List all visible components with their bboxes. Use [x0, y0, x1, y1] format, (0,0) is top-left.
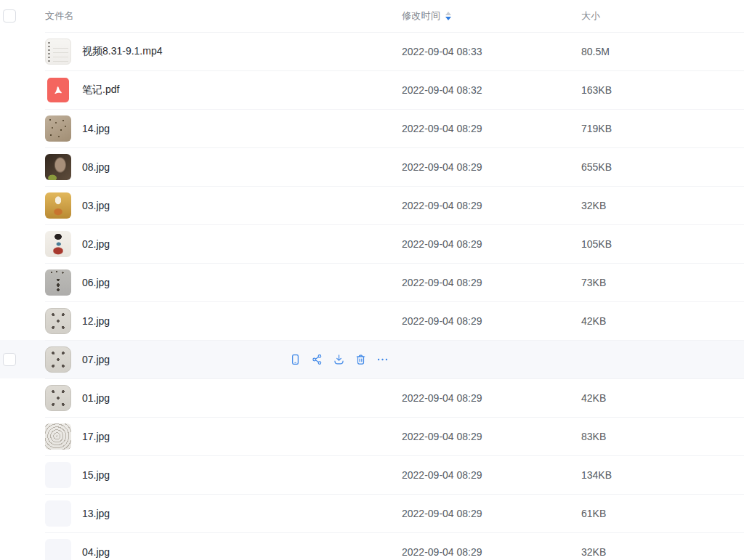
file-modified: 2022-09-04 08:29: [402, 238, 482, 250]
table-row[interactable]: 03.jpg 2022-09-04 08:29 32KB: [0, 186, 744, 224]
file-size: 163KB: [581, 84, 612, 96]
file-modified: 2022-09-04 08:29: [402, 123, 482, 134]
share-icon: [311, 353, 323, 365]
file-name[interactable]: 17.jpg: [82, 431, 110, 442]
file-modified: 2022-09-04 08:29: [402, 315, 482, 327]
file-size: 61KB: [581, 508, 606, 519]
file-thumbnail[interactable]: [45, 231, 71, 257]
file-thumbnail[interactable]: [45, 154, 71, 180]
file-thumbnail[interactable]: [45, 423, 71, 450]
file-size: 32KB: [581, 200, 606, 211]
download-button[interactable]: [333, 353, 345, 365]
sort-desc-caret-icon: [445, 17, 451, 20]
file-thumbnail[interactable]: [45, 462, 71, 488]
file-size: 655KB: [581, 161, 612, 173]
file-thumbnail[interactable]: [45, 115, 71, 142]
table-row[interactable]: 17.jpg 2022-09-04 08:29 83KB: [0, 417, 744, 455]
file-thumbnail[interactable]: [45, 38, 71, 65]
more-button[interactable]: [376, 353, 389, 365]
table-row[interactable]: 08.jpg 2022-09-04 08:29 655KB: [0, 147, 744, 186]
file-name[interactable]: 06.jpg: [82, 277, 110, 288]
file-modified: 2022-09-04 08:29: [402, 392, 482, 404]
pdf-icon[interactable]: [47, 78, 69, 102]
file-name[interactable]: 01.jpg: [82, 392, 110, 404]
file-name[interactable]: 08.jpg: [82, 161, 110, 173]
file-size: 83KB: [581, 431, 606, 442]
phone-icon: [289, 353, 302, 365]
file-size: 32KB: [581, 546, 606, 558]
file-name[interactable]: 03.jpg: [82, 200, 110, 211]
file-modified: 2022-09-04 08:29: [402, 161, 482, 173]
file-size: 105KB: [581, 238, 612, 250]
file-thumbnail[interactable]: [45, 500, 71, 527]
file-list: 视频8.31-9.1.mp4 2022-09-04 08:33 80.5M 笔记…: [0, 32, 744, 560]
file-name[interactable]: 02.jpg: [82, 238, 110, 250]
column-header-modified-label: 修改时间: [402, 9, 440, 23]
table-header: 文件名 修改时间 大小: [0, 0, 744, 32]
delete-button[interactable]: [355, 353, 367, 365]
file-thumbnail[interactable]: [45, 308, 71, 334]
column-header-name[interactable]: 文件名: [45, 9, 74, 23]
trash-icon: [355, 353, 367, 365]
file-modified: 2022-09-04 08:32: [402, 84, 482, 96]
table-row[interactable]: 视频8.31-9.1.mp4 2022-09-04 08:33 80.5M: [0, 32, 744, 70]
file-name[interactable]: 14.jpg: [82, 123, 110, 134]
file-size: 42KB: [581, 392, 606, 404]
file-modified: 2022-09-04 08:29: [402, 546, 482, 558]
row-checkbox[interactable]: [3, 353, 16, 366]
table-row[interactable]: 02.jpg 2022-09-04 08:29 105KB: [0, 224, 744, 263]
table-row[interactable]: 笔记.pdf 2022-09-04 08:32 163KB: [0, 70, 744, 109]
file-thumbnail[interactable]: [45, 346, 71, 373]
file-name[interactable]: 13.jpg: [82, 508, 110, 519]
file-thumbnail[interactable]: [45, 192, 71, 219]
table-row[interactable]: 07.jpg: [0, 340, 744, 378]
file-modified: 2022-09-04 08:29: [402, 277, 482, 288]
file-thumbnail[interactable]: [45, 539, 71, 560]
file-size: 73KB: [581, 277, 606, 288]
table-row[interactable]: 06.jpg 2022-09-04 08:29 73KB: [0, 263, 744, 301]
file-name[interactable]: 07.jpg: [82, 354, 110, 365]
share-button[interactable]: [311, 353, 323, 365]
table-row[interactable]: 12.jpg 2022-09-04 08:29 42KB: [0, 301, 744, 340]
file-size: 42KB: [581, 315, 606, 327]
file-size: 719KB: [581, 123, 612, 134]
file-size: 134KB: [581, 469, 612, 481]
file-size: 80.5M: [581, 46, 610, 57]
file-modified: 2022-09-04 08:29: [402, 508, 482, 519]
file-manager-page: 文件名 修改时间 大小 视频8.31-9.1.mp4 2022-09-04 08…: [0, 0, 744, 560]
file-modified: 2022-09-04 08:29: [402, 200, 482, 211]
file-thumbnail[interactable]: [45, 385, 71, 411]
file-modified: 2022-09-04 08:29: [402, 431, 482, 442]
ellipsis-icon: [376, 353, 389, 365]
file-modified: 2022-09-04 08:29: [402, 469, 482, 481]
file-name[interactable]: 12.jpg: [82, 315, 110, 327]
file-name[interactable]: 视频8.31-9.1.mp4: [82, 45, 163, 58]
download-icon: [333, 353, 345, 365]
row-actions: [289, 353, 389, 365]
table-row[interactable]: 04.jpg 2022-09-04 08:29 32KB: [0, 532, 744, 560]
table-row[interactable]: 01.jpg 2022-09-04 08:29 42KB: [0, 378, 744, 417]
sort-asc-caret-icon: [445, 12, 451, 15]
table-row[interactable]: 14.jpg 2022-09-04 08:29 719KB: [0, 109, 744, 147]
file-thumbnail[interactable]: [45, 269, 71, 296]
column-header-modified[interactable]: 修改时间: [402, 9, 451, 23]
select-all-checkbox[interactable]: [3, 9, 16, 23]
table-row[interactable]: 15.jpg 2022-09-04 08:29 134KB: [0, 455, 744, 494]
file-name[interactable]: 笔记.pdf: [82, 84, 119, 97]
mobile-button[interactable]: [289, 353, 302, 365]
pdf-glyph-icon: [51, 83, 65, 97]
table-row[interactable]: 13.jpg 2022-09-04 08:29 61KB: [0, 494, 744, 532]
file-modified: 2022-09-04 08:33: [402, 46, 482, 57]
file-name[interactable]: 15.jpg: [82, 469, 110, 481]
file-name[interactable]: 04.jpg: [82, 546, 110, 558]
column-header-size[interactable]: 大小: [581, 9, 601, 23]
sort-icon[interactable]: [445, 12, 451, 20]
